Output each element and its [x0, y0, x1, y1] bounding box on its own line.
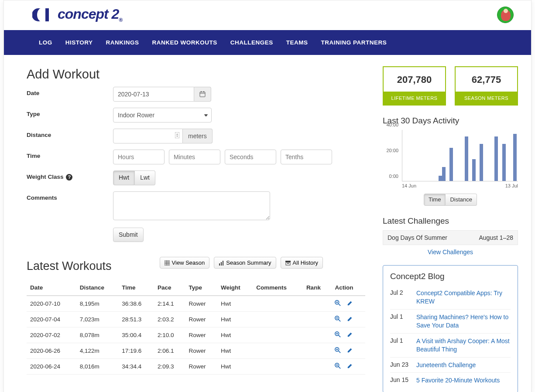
blog-date: Jun 23 — [390, 361, 410, 369]
nav-challenges[interactable]: CHALLENGES — [224, 30, 280, 55]
nav-log[interactable]: LOG — [32, 30, 59, 55]
nav-training-partners[interactable]: TRAINING PARTNERS — [315, 30, 394, 55]
chart-bar — [465, 136, 468, 181]
chart-bar — [449, 148, 453, 181]
blog-link[interactable]: Concept2 Compatible Apps: Try KREW — [416, 289, 511, 306]
blog-link[interactable]: A Visit with Arshay Cooper: A Most Beaut… — [416, 337, 511, 354]
svg-line-36 — [339, 367, 340, 368]
zoom-icon[interactable] — [335, 347, 341, 355]
archive-icon — [285, 260, 291, 266]
zoom-icon[interactable] — [335, 316, 341, 323]
lifetime-meters-value: 207,780 — [384, 67, 445, 92]
edit-icon[interactable] — [347, 331, 353, 339]
svg-line-32 — [339, 351, 340, 353]
season-summary-button[interactable]: Season Summary — [214, 257, 276, 269]
logo[interactable]: concept 2® — [32, 6, 122, 24]
season-meters-value: 62,775 — [456, 67, 517, 92]
time-label: Time — [27, 150, 113, 159]
nav-ranked-workouts[interactable]: RANKED WORKOUTS — [146, 30, 224, 55]
chart-bar — [494, 136, 498, 181]
distance-label: Distance — [27, 129, 113, 138]
column-header: Type — [185, 280, 218, 296]
blog-row: Jul 1A Visit with Arshay Cooper: A Most … — [390, 333, 511, 357]
edit-icon[interactable] — [347, 363, 353, 370]
bar-chart-icon — [219, 260, 224, 266]
chart-bar — [480, 144, 483, 181]
chart-x-start: 14 Jun — [402, 183, 416, 188]
season-meters-label: SEASON METERS — [456, 92, 517, 105]
zoom-icon[interactable] — [335, 331, 341, 339]
chart-distance-button[interactable]: Distance — [446, 194, 477, 206]
stepper-icon — [175, 132, 179, 140]
chart-time-button[interactable]: Time — [424, 194, 446, 206]
blog-date: Jul 1 — [390, 337, 410, 354]
distance-unit: meters — [183, 129, 213, 143]
svg-rect-13 — [219, 263, 220, 266]
blog-link[interactable]: 5 Favorite 20-Minute Workouts — [416, 376, 500, 385]
view-challenges-link[interactable]: View Challenges — [428, 249, 473, 256]
all-history-button[interactable]: All History — [281, 257, 323, 269]
workouts-table: DateDistanceTimePaceTypeWeightCommentsRa… — [27, 280, 365, 375]
edit-icon[interactable] — [347, 300, 353, 307]
weight-toggle: Hwt Lwt — [113, 170, 155, 185]
blog-box: Concept2 Blog Jul 2Concept2 Compatible A… — [383, 265, 518, 392]
chart-bar — [502, 144, 506, 181]
distance-input[interactable] — [113, 129, 183, 143]
page-heading: Add Workout — [27, 67, 365, 82]
svg-point-1 — [37, 8, 46, 21]
seconds-input[interactable] — [225, 150, 276, 164]
svg-rect-17 — [286, 262, 290, 265]
weight-lwt-button[interactable]: Lwt — [135, 170, 155, 185]
blog-row: Jun 155 Favorite 20-Minute Workouts — [390, 372, 511, 388]
blog-row: Jul 1Sharing Machines? Here's How to Sav… — [390, 309, 511, 333]
svg-rect-7 — [175, 132, 179, 138]
zoom-icon[interactable] — [335, 300, 341, 307]
nav-rankings[interactable]: RANKINGS — [99, 30, 146, 55]
svg-rect-2 — [45, 8, 49, 21]
svg-rect-8 — [165, 260, 170, 266]
challenge-row[interactable]: Dog Days Of SummerAugust 1–28 — [383, 230, 518, 245]
header: concept 2® — [4, 0, 531, 30]
svg-rect-15 — [223, 261, 223, 266]
column-header: Pace — [154, 280, 185, 296]
grid-icon — [165, 260, 170, 266]
edit-icon[interactable] — [347, 347, 353, 355]
chart-x-end: 13 Jul — [505, 183, 518, 188]
table-row: 2020-07-108,195m36:38.62:14.1RowerHwt — [27, 296, 365, 312]
type-label: Type — [27, 108, 113, 117]
calendar-button[interactable] — [194, 87, 211, 102]
activity-heading: Last 30 Days Activity — [383, 116, 518, 126]
user-avatar[interactable] — [497, 7, 514, 23]
blog-date: Jul 2 — [390, 289, 410, 306]
view-season-button[interactable]: View Season — [160, 257, 210, 269]
svg-line-20 — [339, 304, 340, 306]
column-header: Comments — [253, 280, 303, 296]
weight-hwt-button[interactable]: Hwt — [113, 170, 135, 185]
column-header: Distance — [76, 280, 119, 296]
column-header: Date — [27, 280, 76, 296]
column-header: Weight — [217, 280, 253, 296]
nav-teams[interactable]: TEAMS — [280, 30, 315, 55]
blog-link[interactable]: Sharing Machines? Here's How to Save You… — [416, 313, 511, 330]
edit-icon[interactable] — [347, 316, 353, 323]
blog-heading: Concept2 Blog — [390, 272, 511, 281]
svg-rect-16 — [285, 261, 291, 262]
weight-label: Weight Class ? — [27, 170, 113, 181]
latest-heading: Latest Workouts — [27, 259, 112, 273]
nav-history[interactable]: HISTORY — [59, 30, 99, 55]
tenths-input[interactable] — [281, 150, 332, 164]
chart-bar — [439, 176, 442, 181]
calendar-icon — [199, 91, 206, 97]
submit-button[interactable]: Submit — [113, 228, 144, 242]
type-select[interactable]: Indoor Rower — [113, 108, 212, 123]
minutes-input[interactable] — [169, 150, 220, 164]
zoom-icon[interactable] — [335, 363, 341, 370]
logo-mark-icon — [32, 7, 55, 23]
blog-row: Jun 23Juneteenth Challenge — [390, 357, 511, 373]
comments-textarea[interactable] — [113, 191, 270, 220]
hours-input[interactable] — [113, 150, 165, 164]
help-icon[interactable]: ? — [66, 174, 72, 181]
date-input[interactable] — [113, 87, 194, 102]
activity-chart: 0:0020:0040:00 14 Jun 13 Jul — [383, 130, 518, 191]
blog-link[interactable]: Juneteenth Challenge — [416, 361, 476, 369]
